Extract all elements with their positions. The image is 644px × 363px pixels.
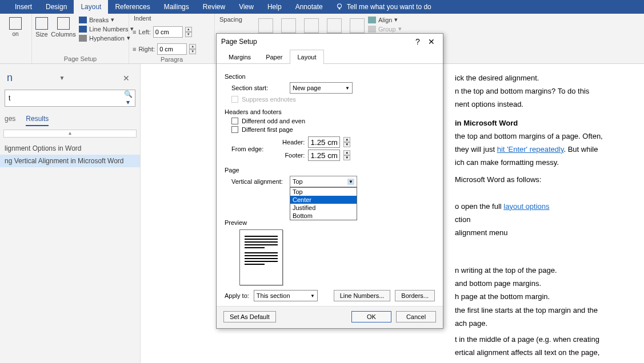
dialog-tab-margins[interactable]: Margins [221,50,258,64]
nav-search-input[interactable] [5,92,121,104]
doc-text: u can with the left/right alignment opti… [455,361,633,363]
doc-text: ick the desired alignment. [455,73,633,83]
footer-down[interactable]: ▼ [343,155,350,160]
doc-list-item: ach page. [455,318,633,329]
valign-option-center[interactable]: Center [290,196,357,204]
hyphenation-icon [79,35,87,42]
indent-right-down[interactable]: ▼ [189,49,196,54]
header-up[interactable]: ▲ [343,137,350,142]
doc-text: ich can make formatting messy. [455,158,633,168]
doc-link[interactable]: hit 'Enter' repeatedly [497,145,564,154]
chevron-down-icon: ▼ [310,293,315,299]
indent-left-up[interactable]: ▲ [185,27,192,32]
cancel-button[interactable]: Cancel [396,311,436,322]
doc-text: Microsoft Word as follows: [455,175,633,185]
columns-label: Columns [51,31,75,38]
dialog-close-button[interactable]: ✕ [425,37,438,46]
doc-list-item: and bottom page margins. [455,279,633,289]
tab-help[interactable]: Help [261,0,289,14]
indent-left-input[interactable] [153,26,183,38]
doc-link[interactable]: layout options [503,202,549,211]
group-button[interactable]: Group ▾ [368,25,402,33]
columns-button[interactable]: Columns [51,15,75,38]
tab-references[interactable]: References [108,0,157,14]
send-backward-icon[interactable] [327,18,342,33]
footer-up[interactable]: ▲ [343,150,350,155]
nav-tab-pages[interactable]: ges [5,115,15,126]
tab-design[interactable]: Design [39,0,74,14]
nav-result-item[interactable]: ng Vertical Alignment in Microsoft Word [0,155,140,167]
doc-text: alignment menu [455,228,633,238]
tab-layout[interactable]: Layout [74,0,108,14]
nav-collapse-bar[interactable] [3,130,137,138]
search-icon[interactable]: 🔍 ▾ [121,90,135,106]
line-numbers-button[interactable]: Line Numbers ▾ [79,25,134,33]
indent-header: Indent [133,15,151,22]
size-button[interactable]: Size [35,15,48,38]
valign-option-top[interactable]: Top [290,188,357,196]
doc-text: they will just hit 'Enter' repeatedly. B… [455,144,633,155]
align-button[interactable]: Align ▾ [368,16,402,23]
headers-label: Headers and footers [225,108,435,115]
ok-button[interactable]: OK [351,311,391,322]
valign-label: Vertical alignment: [231,178,286,185]
page-setup-dialog: Page Setup ? ✕ Margins Paper Layout Sect… [216,33,443,329]
tab-mailings[interactable]: Mailings [157,0,196,14]
paragraph-group-label: Paragra [133,56,211,64]
nav-menu-chevron[interactable]: ▼ [59,75,65,81]
doc-list-item: n writing at the top of the page. [455,265,633,276]
bring-forward-icon[interactable] [304,18,319,33]
dialog-help-button[interactable]: ? [411,37,425,46]
doc-text: o open the full layout options [455,201,633,212]
nav-search-box[interactable]: 🔍 ▾ [5,90,135,107]
svg-point-0 [337,4,341,8]
tab-review[interactable]: Review [196,0,232,14]
lightbulb-icon [335,3,343,11]
apply-to-select[interactable]: This section▼ [254,290,318,301]
indent-right-icon: ≡ [133,46,136,53]
borders-button[interactable]: Borders... [395,290,435,301]
tell-me-label: Tell me what you want to do [347,3,431,11]
indent-left-down[interactable]: ▼ [185,32,192,37]
line-numbers-button[interactable]: Line Numbers... [334,290,391,301]
indent-right-up[interactable]: ▲ [189,44,196,49]
spacing-header: Spacing [218,15,251,24]
tab-annotate[interactable]: Annotate [289,0,330,14]
header-down[interactable]: ▼ [343,142,350,147]
header-distance-input[interactable] [308,136,340,148]
align-icon [368,17,376,23]
breaks-button[interactable]: Breaks ▾ [79,16,134,23]
dialog-tab-layout[interactable]: Layout [290,50,323,64]
diff-odd-even-checkbox[interactable]: Different odd and even [231,118,435,124]
nav-result-item[interactable]: lignment Options in Word [0,142,140,155]
wrap-text-icon[interactable] [281,18,296,33]
tab-view[interactable]: View [232,0,261,14]
doc-text: the top and bottom margins of a page. Of… [455,131,633,142]
doc-text: n the top and bottom margins? To do this [455,86,633,96]
hyphenation-button[interactable]: Hyphenation ▾ [79,34,134,42]
nav-tab-results[interactable]: Results [26,115,49,126]
orientation-button[interactable]: on [3,15,27,37]
doc-text: ertical alignment affects all text on th… [455,348,633,358]
doc-list-item: h page at the bottom margin. [455,292,633,302]
position-icon[interactable] [258,18,273,33]
suppress-endnotes-checkbox: Suppress endnotes [231,96,435,103]
nav-close-button[interactable]: ✕ [119,72,133,84]
dialog-tab-paper[interactable]: Paper [258,50,290,64]
valign-option-justified[interactable]: Justified [290,204,357,212]
valign-select[interactable]: Top▼ [290,176,357,187]
page-setup-group-label: Page Setup [35,55,125,63]
valign-option-bottom[interactable]: Bottom [290,212,357,220]
tab-insert[interactable]: Insert [8,0,39,14]
diff-first-page-checkbox[interactable]: Different first page [231,126,435,133]
dialog-title: Page Setup [221,38,257,46]
doc-text: ction [455,215,633,225]
indent-right-input[interactable] [157,43,187,55]
footer-distance-input[interactable] [308,150,340,161]
section-start-select[interactable]: New page▼ [290,82,353,94]
selection-pane-icon[interactable] [350,18,365,33]
svg-rect-1 [338,8,340,10]
navigation-pane: n ▼ ✕ 🔍 ▾ ges Results lignment Options i… [0,64,141,363]
tell-me-search[interactable]: Tell me what you want to do [335,3,431,11]
set-default-button[interactable]: Set As Default [223,311,276,322]
